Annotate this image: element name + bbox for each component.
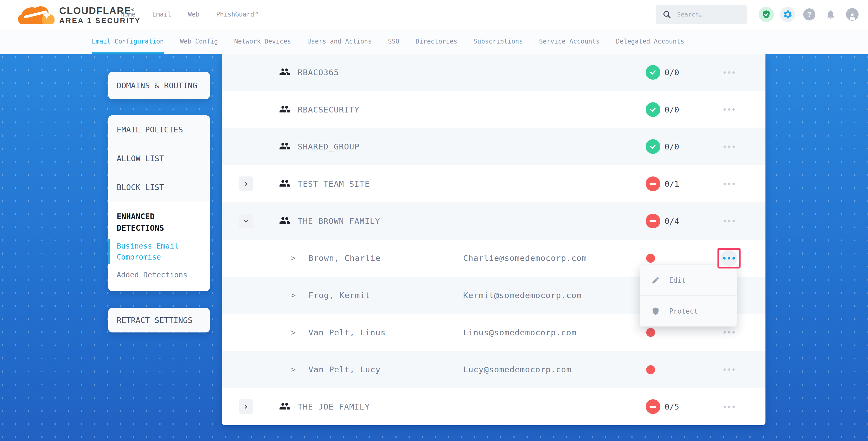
help-icon[interactable]: ? [802,7,817,22]
section-tab[interactable]: Directories [416,29,457,54]
kebab-dots-icon [721,64,737,81]
search-box [656,5,747,24]
table-row[interactable]: SHARED_GROUP 0/0 [222,128,766,165]
section-tab[interactable]: Email Configuration [92,29,164,54]
group-icon [279,215,290,227]
kebab-dots-icon [721,250,737,266]
row-name: Frog, Kermit [308,290,370,300]
sidebar-enhanced-link[interactable]: Business Email Compromise [117,241,195,263]
row-context-menu: Edit Protect [640,264,737,327]
top-header: CLOUDFLARE® AREA 1 SECURITY HomeEmailWeb… [0,0,868,29]
status-badge [646,139,660,154]
table-row[interactable]: RBACSECURITY 0/0 [222,91,766,128]
row-name: TEST TEAM SITE [298,179,370,189]
sidebar-policy-item[interactable]: BLOCK LIST [108,173,210,202]
status-count: 0/5 [664,402,679,411]
expander-button[interactable] [239,177,253,191]
row-name: RBACO365 [298,68,339,77]
check-icon [649,143,657,151]
sidebar-policies-card: EMAIL POLICIESALLOW LISTBLOCK LIST ENHAN… [108,115,210,291]
sidebar-item-label: RETRACT SETTINGS [117,316,192,325]
enhanced-detections-section: ENHANCED DETECTIONS Business Email Compr… [108,202,210,291]
top-nav: HomeEmailWebPhishGuard™ [120,0,258,29]
kebab-menu-button[interactable] [717,62,741,83]
shield-icon [651,307,660,315]
row-name: Van Pelt, Lucy [308,365,380,374]
section-tab[interactable]: Web Config [180,29,218,54]
kebab-menu-button[interactable] [717,397,741,417]
row-name: RBACSECURITY [298,105,360,114]
kebab-dots-icon [721,176,737,192]
kebab-menu-button[interactable] [717,248,741,269]
section-tab[interactable]: Service Accounts [539,29,600,54]
shield-check-icon[interactable] [758,7,774,22]
minus-icon [650,183,656,185]
section-tab[interactable]: Subscriptions [474,29,523,54]
search-icon [662,10,671,19]
sidebar-policy-item[interactable]: EMAIL POLICIES [108,115,210,144]
row-email: Charlie@somedemocorp.com [463,253,587,263]
row-name: Brown, Charlie [308,253,380,263]
groups-table: RBACO365 0/0 [222,54,766,425]
header-icons: ? [758,0,860,29]
chevron-icon [243,403,249,410]
group-icon [279,178,290,190]
sidebar-policy-item[interactable]: ALLOW LIST [108,144,210,173]
table-row[interactable]: > Van Pelt, Lucy Lucy@somedemocorp.com [222,351,766,388]
search-input[interactable] [677,11,735,18]
group-icon [279,103,290,116]
enhanced-detections-heading: ENHANCED DETECTIONS [117,211,195,234]
top-nav-item[interactable]: Web [188,11,199,18]
kebab-menu-button[interactable] [717,136,741,157]
member-chevron-icon: > [291,291,296,300]
status-count: 0/0 [664,142,679,151]
sidebar-enhanced-link[interactable]: Added Detections [117,270,195,281]
status-badge [646,399,660,414]
top-nav-item[interactable]: Email [152,11,171,18]
context-menu-label: Edit [669,276,686,284]
kebab-menu-button[interactable] [717,211,741,231]
sidebar-policy-items: EMAIL POLICIESALLOW LISTBLOCK LIST [108,115,210,202]
table-row[interactable]: TEST TEAM SITE 0/1 [222,165,766,202]
row-name: THE BROWN FAMILY [298,216,380,226]
section-tab[interactable]: SSO [388,29,399,54]
enhanced-links: Business Email CompromiseAdded Detection… [117,241,202,281]
table-row[interactable]: THE JOE FAMILY 0/5 [222,388,766,425]
minus-icon [650,220,656,222]
gear-icon[interactable] [780,7,795,22]
status-dot [646,254,655,263]
kebab-menu-button[interactable] [717,359,741,380]
app-screen: CLOUDFLARE® AREA 1 SECURITY HomeEmailWeb… [0,0,868,441]
section-tab[interactable]: Delegated Accounts [616,29,684,54]
table-row[interactable]: RBACO365 0/0 [222,54,766,91]
sidebar-item-label: DOMAINS & ROUTING [117,81,197,90]
row-name: SHARED_GROUP [298,142,360,151]
status-count: 0/4 [664,216,679,226]
user-icon[interactable] [845,7,860,22]
sidebar-item-retract-settings[interactable]: RETRACT SETTINGS [108,308,210,333]
status-count: 0/0 [664,68,679,77]
kebab-menu-button[interactable] [717,99,741,120]
expander-button[interactable] [239,214,253,228]
bell-icon[interactable] [823,7,838,22]
status-badge [646,102,660,117]
check-icon [649,106,657,114]
member-chevron-icon: > [291,365,296,374]
groups-table-card: RBACO365 0/0 [222,54,766,425]
expander-button[interactable] [239,399,253,414]
context-menu-item[interactable]: Edit [640,265,737,295]
row-email: Linus@somedemocorp.com [463,328,577,337]
row-name: Van Pelt, Linus [308,328,386,337]
member-chevron-icon: > [291,254,296,262]
table-row[interactable]: THE BROWN FAMILY 0/4 [222,202,766,240]
pencil-icon [651,276,660,284]
kebab-dots-icon [721,398,737,415]
status-dot [646,328,655,337]
section-tab[interactable]: Network Devices [234,29,291,54]
context-menu-item[interactable]: Protect [640,295,737,326]
top-nav-item[interactable]: Home [120,11,135,18]
sidebar-item-domains-routing[interactable]: DOMAINS & ROUTING [108,72,210,99]
kebab-menu-button[interactable] [717,174,741,194]
top-nav-item[interactable]: PhishGuard™ [216,11,258,18]
section-tab[interactable]: Users and Actions [307,29,372,54]
